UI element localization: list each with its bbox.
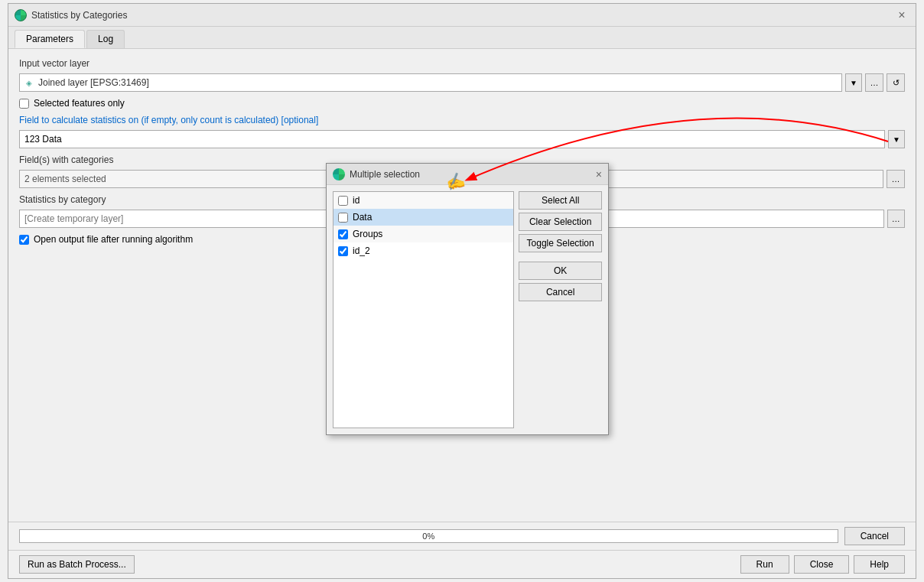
list-item[interactable]: id_2 xyxy=(333,242,513,259)
input-vector-value: Joined layer [EPSG:31469] xyxy=(35,77,841,88)
list-item-checkbox-id2[interactable] xyxy=(338,246,348,256)
selected-features-label: Selected features only xyxy=(34,98,125,109)
progress-bar-text: 0% xyxy=(20,530,838,542)
dialog-cancel-button[interactable]: Cancel xyxy=(519,283,602,301)
list-item-label-id: id xyxy=(353,195,360,206)
progress-bar-container: 0% xyxy=(19,529,838,543)
dialog-close-button[interactable]: × xyxy=(596,168,602,180)
batch-process-button[interactable]: Run as Batch Process... xyxy=(19,555,135,574)
toggle-selection-button[interactable]: Toggle Selection xyxy=(519,234,602,252)
help-button[interactable]: Help xyxy=(854,555,905,574)
tabs-bar: Parameters Log xyxy=(8,27,916,49)
close-button[interactable]: Close xyxy=(794,555,850,574)
list-item-checkbox-groups[interactable] xyxy=(338,229,348,239)
dialog-title-bar: Multiple selection × xyxy=(327,164,608,185)
field-stats-dropdown-btn[interactable]: ▼ xyxy=(888,130,905,148)
list-item-label-id2: id_2 xyxy=(353,245,370,256)
dialog-title-text: Multiple selection xyxy=(350,169,596,180)
dialog-body: id Data Groups id_2 xyxy=(327,185,608,434)
title-bar: Statistics by Categories × xyxy=(8,4,916,27)
action-bar: Run as Batch Process... Run Close Help xyxy=(8,550,916,578)
window-title: Statistics by Categories xyxy=(31,10,894,21)
select-all-button[interactable]: Select All xyxy=(519,191,602,210)
field-stats-value: 123 Data xyxy=(24,134,62,145)
main-window: Statistics by Categories × Parameters Lo… xyxy=(8,3,916,579)
dialog-qgis-icon xyxy=(333,168,345,180)
field-stats-section: Field to calculate statistics on (if emp… xyxy=(19,115,905,148)
statistics-category-browse-btn[interactable]: … xyxy=(887,210,905,228)
input-vector-dropdown-btn[interactable]: ▼ xyxy=(845,73,862,92)
input-vector-row: ◈ Joined layer [EPSG:31469] ▼ … ↺ xyxy=(19,73,905,92)
list-item[interactable]: Data xyxy=(333,209,513,226)
field-stats-combo[interactable]: 123 Data xyxy=(19,130,885,148)
list-item-label-groups: Groups xyxy=(353,229,382,239)
ok-button[interactable]: OK xyxy=(519,262,602,280)
multiple-selection-dialog: Multiple selection × id Data xyxy=(326,163,609,435)
clear-selection-button[interactable]: Clear Selection xyxy=(519,213,602,231)
input-vector-section: Input vector layer ◈ Joined layer [EPSG:… xyxy=(19,58,905,92)
tab-parameters[interactable]: Parameters xyxy=(15,30,85,48)
list-item-checkbox-data[interactable] xyxy=(338,213,348,223)
progress-bar-row: 0% Cancel xyxy=(8,522,916,550)
window-close-button[interactable]: × xyxy=(894,8,909,23)
app-icon xyxy=(15,9,27,21)
tab-log[interactable]: Log xyxy=(86,30,125,48)
input-vector-combo[interactable]: ◈ Joined layer [EPSG:31469] xyxy=(19,73,842,92)
selected-features-row: Selected features only xyxy=(19,98,905,109)
open-output-label: Open output file after running algorithm xyxy=(34,234,193,245)
list-item-checkbox-id[interactable] xyxy=(338,196,348,206)
list-item[interactable]: Groups xyxy=(333,226,513,242)
open-output-checkbox[interactable] xyxy=(19,235,29,245)
dialog-buttons-panel: Select All Clear Selection Toggle Select… xyxy=(519,191,602,428)
field-stats-row: 123 Data ▼ xyxy=(19,130,905,148)
cancel-progress-button[interactable]: Cancel xyxy=(844,527,905,545)
dialog-list-panel[interactable]: id Data Groups id_2 xyxy=(333,191,514,428)
qgis-logo-icon xyxy=(15,9,27,21)
field-stats-label: Field to calculate statistics on (if emp… xyxy=(19,115,905,125)
input-vector-label: Input vector layer xyxy=(19,58,905,69)
layer-icon: ◈ xyxy=(23,76,35,89)
selected-features-checkbox[interactable] xyxy=(19,99,29,109)
input-vector-refresh-btn[interactable]: ↺ xyxy=(887,73,905,92)
input-vector-browse-btn[interactable]: … xyxy=(865,73,883,92)
fields-categories-browse-btn[interactable]: … xyxy=(887,170,905,188)
run-button[interactable]: Run xyxy=(740,555,789,574)
list-item[interactable]: id xyxy=(333,192,513,209)
list-item-label-data: Data xyxy=(353,212,372,223)
